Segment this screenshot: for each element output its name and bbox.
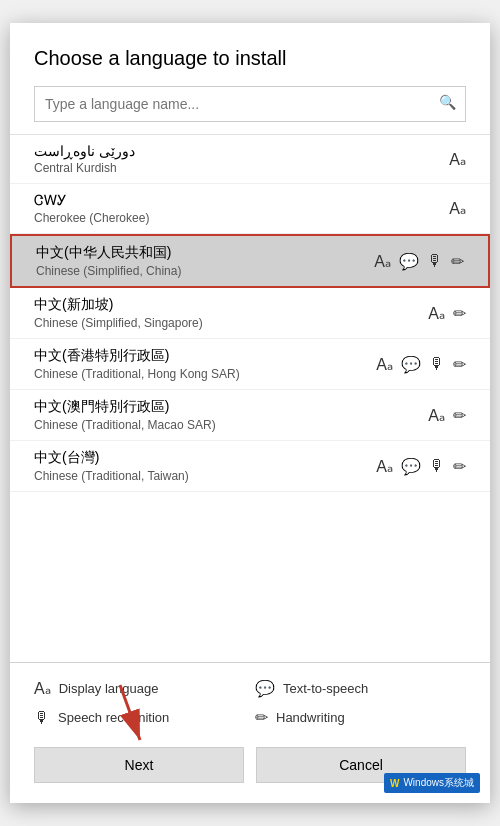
- mic-legend-icon: 🎙: [34, 709, 50, 727]
- lang-icons: Aₐ 💬 🎙 ✏: [374, 252, 464, 271]
- lang-text-block: 中文(澳門特別行政區) Chinese (Traditional, Macao …: [34, 398, 216, 432]
- list-item[interactable]: 中文(澳門特別行政區) Chinese (Traditional, Macao …: [10, 390, 490, 441]
- lang-subtitle: Chinese (Simplified, Singapore): [34, 316, 203, 330]
- lang-subtitle: Chinese (Traditional, Macao SAR): [34, 418, 216, 432]
- handwriting-icon: ✏: [453, 406, 466, 425]
- language-list: دورێی ناوەڕاست Central Kurdish Aₐ ᏣᎳᎩ Ch…: [10, 134, 490, 662]
- lang-text-block: 中文(香港特別行政區) Chinese (Traditional, Hong K…: [34, 347, 240, 381]
- list-item[interactable]: ᏣᎳᎩ Cherokee (Cherokee) Aₐ: [10, 184, 490, 234]
- microphone-icon: 🎙: [429, 355, 445, 373]
- lang-name: ᏣᎳᎩ: [34, 192, 149, 209]
- handwriting-icon: ✏: [451, 252, 464, 271]
- next-button[interactable]: Next: [34, 747, 244, 783]
- text-to-speech-icon: 💬: [399, 252, 419, 271]
- lang-name: 中文(香港特別行政區): [34, 347, 240, 365]
- legend-text-to-speech-label: Text-to-speech: [283, 681, 368, 696]
- handwriting-icon: ✏: [453, 457, 466, 476]
- search-container: 🔍: [10, 86, 490, 134]
- dialog-title: Choose a language to install: [10, 23, 490, 86]
- handwriting-icon: ✏: [453, 304, 466, 323]
- legend-text-to-speech: 💬 Text-to-speech: [255, 679, 466, 698]
- microphone-icon: 🎙: [427, 252, 443, 270]
- text-to-speech-icon: 💬: [401, 355, 421, 374]
- search-input[interactable]: [34, 86, 466, 122]
- lang-subtitle: Chinese (Simplified, China): [36, 264, 181, 278]
- search-icon: 🔍: [439, 94, 456, 110]
- list-item[interactable]: دورێی ناوەڕاست Central Kurdish Aₐ: [10, 135, 490, 184]
- lang-icons: Aₐ ✏: [428, 406, 466, 425]
- legend-speech-recognition-label: Speech recognition: [58, 710, 169, 725]
- watermark: W Windows系统城: [384, 773, 480, 793]
- text-to-speech-icon: 💬: [401, 457, 421, 476]
- font-icon: Aₐ: [374, 252, 391, 271]
- lang-text-block: 中文(中华人民共和国) Chinese (Simplified, China): [36, 244, 181, 278]
- lang-icons: Aₐ 💬 🎙 ✏: [376, 355, 466, 374]
- lang-name: 中文(台灣): [34, 449, 189, 467]
- lang-name: 中文(中华人民共和国): [36, 244, 181, 262]
- font-icon: Aₐ: [428, 304, 445, 323]
- legend-section: Aₐ Display language 💬 Text-to-speech 🎙 S…: [10, 662, 490, 735]
- lang-text-block: 中文(新加坡) Chinese (Simplified, Singapore): [34, 296, 203, 330]
- legend-speech-recognition: 🎙 Speech recognition: [34, 708, 245, 727]
- lang-name: 中文(新加坡): [34, 296, 203, 314]
- lang-subtitle: Central Kurdish: [34, 161, 135, 175]
- watermark-logo: W: [390, 778, 399, 789]
- font-icon: Aₐ: [449, 150, 466, 169]
- list-item[interactable]: 中文(香港特別行政區) Chinese (Traditional, Hong K…: [10, 339, 490, 390]
- lang-icons: Aₐ: [449, 199, 466, 218]
- microphone-icon: 🎙: [429, 457, 445, 475]
- legend-display-language: Aₐ Display language: [34, 679, 245, 698]
- lang-name: دورێی ناوەڕاست: [34, 143, 135, 159]
- language-install-dialog: Choose a language to install 🔍 دورێی ناو…: [10, 23, 490, 803]
- handwriting-icon: ✏: [453, 355, 466, 374]
- lang-subtitle: Cherokee (Cherokee): [34, 211, 149, 225]
- legend-handwriting-label: Handwriting: [276, 710, 345, 725]
- lang-text-block: دورێی ناوەڕاست Central Kurdish: [34, 143, 135, 175]
- lang-subtitle: Chinese (Traditional, Taiwan): [34, 469, 189, 483]
- legend-display-language-label: Display language: [59, 681, 159, 696]
- lang-name: 中文(澳門特別行政區): [34, 398, 216, 416]
- font-legend-icon: Aₐ: [34, 679, 51, 698]
- watermark-text: Windows系统城: [403, 776, 474, 790]
- font-icon: Aₐ: [449, 199, 466, 218]
- font-icon: Aₐ: [428, 406, 445, 425]
- lang-text-block: ᏣᎳᎩ Cherokee (Cherokee): [34, 192, 149, 225]
- list-item[interactable]: 中文(台灣) Chinese (Traditional, Taiwan) Aₐ …: [10, 441, 490, 492]
- legend-handwriting: ✏ Handwriting: [255, 708, 466, 727]
- lang-icons: Aₐ 💬 🎙 ✏: [376, 457, 466, 476]
- handwriting-legend-icon: ✏: [255, 708, 268, 727]
- list-item[interactable]: 中文(新加坡) Chinese (Simplified, Singapore) …: [10, 288, 490, 339]
- speech-legend-icon: 💬: [255, 679, 275, 698]
- font-icon: Aₐ: [376, 457, 393, 476]
- list-item-chinese-simplified-china[interactable]: 中文(中华人民共和国) Chinese (Simplified, China) …: [10, 234, 490, 288]
- font-icon: Aₐ: [376, 355, 393, 374]
- lang-subtitle: Chinese (Traditional, Hong Kong SAR): [34, 367, 240, 381]
- lang-text-block: 中文(台灣) Chinese (Traditional, Taiwan): [34, 449, 189, 483]
- lang-icons: Aₐ ✏: [428, 304, 466, 323]
- lang-icons: Aₐ: [449, 150, 466, 169]
